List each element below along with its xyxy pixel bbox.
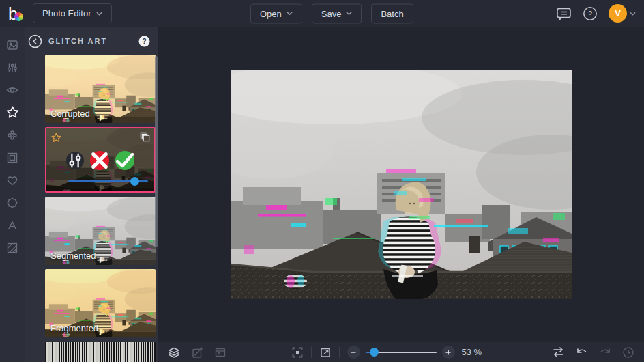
chat-button[interactable] — [556, 7, 572, 20]
help-icon: ? — [583, 6, 598, 21]
open-new-window-button[interactable] — [319, 346, 332, 359]
sidebar-item-eye[interactable] — [0, 79, 25, 101]
history-clock-icon — [622, 346, 634, 359]
shapes-dots-icon — [5, 128, 19, 142]
chat-icon — [556, 7, 572, 20]
canvas-region: 53 % — [158, 27, 644, 362]
frame-icon — [5, 151, 19, 165]
svg-text:?: ? — [588, 10, 592, 18]
effect-thumbnails: Corrupted — [25, 55, 158, 362]
sidebar-item-overlays[interactable] — [0, 169, 25, 191]
chevron-down-icon — [630, 12, 636, 16]
sliders-icon — [5, 61, 19, 74]
main-area: GLITCH ART ? Corrupted — [0, 27, 644, 362]
effect-controls-overlay — [46, 128, 154, 191]
layout-button[interactable] — [214, 346, 226, 359]
open-button[interactable]: Open — [250, 3, 302, 23]
panel-title: GLITCH ART — [48, 37, 132, 45]
save-button[interactable]: Save — [312, 3, 362, 23]
redo-icon — [599, 347, 611, 358]
close-icon — [90, 151, 109, 170]
fit-screen-button[interactable] — [291, 346, 304, 359]
effect-label: Corrupted — [50, 109, 90, 119]
zoom-slider[interactable] — [366, 348, 437, 357]
eye-icon — [5, 83, 19, 97]
cancel-effect-button[interactable] — [90, 151, 109, 170]
sidebar-item-text[interactable] — [0, 214, 25, 236]
batch-button[interactable]: Batch — [371, 3, 413, 23]
back-button[interactable] — [28, 34, 42, 48]
plus-icon — [445, 349, 452, 356]
duplicate-button[interactable] — [140, 132, 150, 142]
sidebar-item-effects[interactable] — [0, 101, 25, 124]
topbar-right: ? V — [556, 4, 636, 23]
chevron-down-icon — [287, 12, 293, 16]
undo-icon — [576, 347, 588, 358]
effects-panel: GLITCH ART ? Corrupted — [25, 27, 158, 362]
layers-button[interactable] — [168, 346, 180, 359]
canvas-image[interactable] — [231, 70, 572, 299]
duplicate-icon — [140, 132, 150, 142]
help-button[interactable]: ? — [583, 6, 598, 21]
layout-icon — [214, 346, 226, 359]
crop-canvas-icon — [191, 346, 203, 359]
redo-button[interactable] — [599, 347, 611, 358]
slider-handle[interactable] — [130, 177, 139, 186]
photo-editor-app: b Photo Editor Open Save Batch — [0, 0, 644, 362]
avatar: V — [609, 4, 627, 23]
zoom-level: 53 % — [462, 347, 488, 357]
effect-thumb-fragmented[interactable]: Fragmented — [45, 269, 156, 337]
sidebar-item-adjust[interactable] — [0, 56, 25, 79]
canvas-view — [158, 27, 644, 342]
svg-text:?: ? — [142, 38, 146, 45]
panel-scrollbar[interactable] — [155, 56, 158, 247]
chevron-down-icon — [346, 12, 352, 16]
effect-amount-slider[interactable] — [68, 177, 148, 186]
help-filled-icon: ? — [138, 36, 150, 47]
favorite-button[interactable] — [50, 132, 62, 143]
badge-icon — [5, 196, 19, 210]
fit-screen-icon — [291, 346, 304, 359]
favorite-star-icon — [50, 132, 62, 143]
photo-icon — [5, 38, 19, 52]
sidebar-item-textures[interactable] — [0, 236, 25, 259]
apply-effect-button[interactable] — [115, 151, 134, 170]
effect-thumb-selected[interactable] — [45, 127, 156, 193]
compare-button[interactable] — [552, 346, 565, 358]
file-actions: Open Save Batch — [250, 3, 413, 23]
crop-canvas-button[interactable] — [191, 346, 203, 359]
topbar: b Photo Editor Open Save Batch — [0, 0, 644, 27]
effect-thumb-stripes[interactable] — [45, 342, 156, 362]
effect-thumb-corrupted[interactable]: Corrupted — [45, 55, 156, 123]
app-menu-label: Photo Editor — [42, 8, 91, 18]
compare-icon — [552, 346, 565, 358]
chevron-down-icon — [96, 12, 102, 16]
effect-thumb-segmented[interactable]: Segmented — [45, 197, 156, 265]
sidebar-item-frames[interactable] — [0, 146, 25, 169]
history-button[interactable] — [622, 346, 634, 359]
zoom-in-button[interactable] — [442, 346, 455, 359]
effect-action-buttons — [46, 151, 154, 170]
undo-button[interactable] — [576, 347, 588, 358]
texture-icon — [5, 241, 19, 255]
sidebar-item-graphics[interactable] — [0, 124, 25, 146]
zoom-slider-handle[interactable] — [370, 348, 379, 357]
sidebar-item-badge[interactable] — [0, 191, 25, 214]
minus-icon — [350, 349, 357, 356]
effect-label: Segmented — [50, 251, 96, 261]
heart-icon — [5, 173, 19, 187]
befunky-logo-icon[interactable]: b — [8, 4, 26, 23]
effect-settings-button[interactable] — [66, 152, 84, 169]
panel-help-button[interactable]: ? — [138, 36, 150, 47]
tool-sidebar — [0, 27, 25, 362]
layers-icon — [168, 346, 180, 359]
bottom-toolbar: 53 % — [158, 342, 644, 362]
check-icon — [115, 151, 134, 170]
app-menu-button[interactable]: Photo Editor — [33, 3, 112, 23]
sidebar-item-photo-edit[interactable] — [0, 33, 25, 56]
effect-label: Fragmented — [50, 323, 98, 333]
account-menu[interactable]: V — [609, 4, 636, 23]
zoom-out-button[interactable] — [347, 346, 360, 359]
open-new-icon — [319, 346, 332, 359]
back-icon — [28, 34, 42, 48]
